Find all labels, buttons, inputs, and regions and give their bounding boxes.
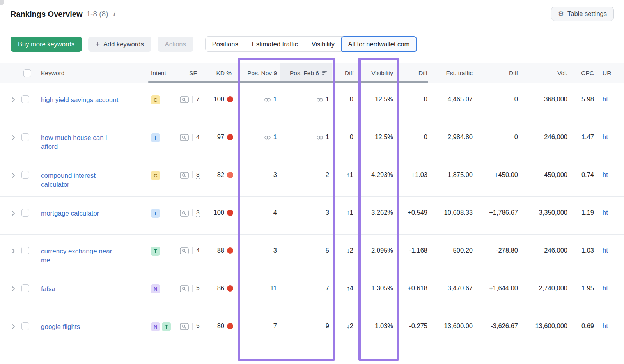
tab-visibility[interactable]: Visibility [305, 37, 341, 51]
visibility-diff-cell: -1.168 [395, 235, 431, 272]
col-header-visibility[interactable]: Visibility [356, 63, 395, 83]
visibility-cell: 1.305% [356, 272, 395, 310]
keyword-difficulty-cell: 100 [207, 197, 239, 234]
divider [192, 171, 193, 178]
visibility-cell: 1.03% [356, 310, 395, 348]
col-header-pos-feb-6[interactable]: Pos. Feb 6 [280, 63, 332, 83]
link-icon[interactable] [316, 97, 323, 102]
serp-features-count[interactable]: 5 [196, 284, 200, 292]
col-header-visibility-diff[interactable]: Diff [395, 63, 431, 83]
serp-features-icon[interactable] [180, 285, 189, 292]
row-checkbox[interactable] [21, 171, 29, 179]
url-link[interactable]: ht [603, 171, 608, 178]
serp-features-count[interactable]: 3 [196, 209, 200, 217]
position-feb-6-cell: 1 [280, 121, 332, 159]
serp-features-icon[interactable] [180, 96, 189, 103]
url-link[interactable]: ht [603, 95, 608, 103]
serp-features-icon[interactable] [180, 323, 189, 330]
expand-row-chevron-icon[interactable] [12, 173, 15, 178]
est-traffic-cell: 1,875.00 [431, 159, 475, 196]
expand-row-chevron-icon[interactable] [12, 210, 15, 216]
divider [192, 209, 193, 216]
serp-features-icon[interactable] [180, 210, 189, 217]
serp-features-count[interactable]: 7 [196, 95, 200, 103]
position-diff-cell: ↑1 [332, 159, 356, 196]
rankings-table: Keyword Intent SF KD % Pos. Nov 9 Pos. F… [0, 63, 624, 348]
col-header-keyword[interactable]: Keyword [39, 63, 150, 83]
serp-features-count[interactable]: 5 [196, 322, 200, 330]
row-checkbox[interactable] [21, 247, 29, 254]
col-header-intent[interactable]: Intent [150, 63, 179, 83]
serp-features-icon[interactable] [180, 172, 189, 179]
col-header-cpc[interactable]: CPC [570, 63, 596, 83]
serp-features-count[interactable]: 4 [196, 133, 200, 141]
position-value: 1 [273, 133, 277, 141]
keyword-link[interactable]: fafsa [41, 284, 55, 293]
row-checkbox[interactable] [21, 209, 29, 217]
url-link[interactable]: ht [603, 247, 608, 254]
position-value: 1 [273, 95, 277, 103]
kd-difficulty-dot [227, 134, 233, 140]
link-icon[interactable] [264, 135, 271, 140]
col-header-pos-diff[interactable]: Diff [332, 63, 356, 83]
position-value: 1 [326, 133, 329, 141]
table-row: compound interest calculator C 3 82 3 2 … [0, 159, 624, 197]
cpc-cell: 1.95 [570, 272, 596, 310]
position-value: 2 [326, 171, 329, 178]
keyword-link[interactable]: mortgage calculator [41, 209, 99, 218]
col-header-sf[interactable]: SF [179, 63, 207, 83]
col-header-est-traffic[interactable]: Est. traffic [431, 63, 475, 83]
visibility-cell: 12.5% [356, 121, 395, 159]
row-checkbox[interactable] [21, 133, 29, 141]
serp-features-icon[interactable] [180, 134, 189, 141]
row-select-cell [0, 83, 39, 121]
expand-row-chevron-icon[interactable] [12, 286, 15, 292]
tab-all-for-nerdwallet[interactable]: All for nerdwallet.com [341, 36, 417, 52]
keyword-link[interactable]: google flights [41, 322, 80, 331]
table-settings-button[interactable]: ⚙ Table settings [551, 7, 614, 21]
intent-cell: NT [150, 310, 179, 348]
col-header-volume[interactable]: Vol. [523, 63, 570, 83]
tab-positions[interactable]: Positions [206, 37, 245, 51]
col-header-kd[interactable]: KD % [207, 63, 239, 83]
actions-button[interactable]: Actions [158, 37, 193, 52]
url-link[interactable]: ht [603, 209, 608, 216]
row-checkbox[interactable] [21, 95, 29, 103]
table-row: google flights NT 5 80 7 9 ↓2 1.03% -0.2… [0, 310, 624, 348]
horizontal-scrollbar[interactable] [148, 81, 428, 83]
keyword-link[interactable]: high yield savings account [41, 95, 118, 104]
serp-features-count[interactable]: 3 [196, 171, 200, 179]
expand-row-chevron-icon[interactable] [12, 248, 15, 254]
url-link[interactable]: ht [603, 133, 608, 141]
volume-cell: 246,000 [523, 121, 570, 159]
expand-row-chevron-icon[interactable] [12, 97, 15, 102]
select-all-checkbox[interactable] [23, 69, 31, 77]
volume-cell: 450,000 [523, 159, 570, 196]
tab-estimated-traffic[interactable]: Estimated traffic [245, 37, 305, 51]
position-nov-9-cell: 11 [239, 272, 280, 310]
row-select-cell [0, 197, 39, 234]
expand-row-chevron-icon[interactable] [12, 324, 15, 329]
url-link[interactable]: ht [603, 322, 608, 330]
serp-features-count[interactable]: 4 [196, 247, 200, 254]
expand-row-chevron-icon[interactable] [12, 135, 15, 140]
buy-more-keywords-button[interactable]: Buy more keywords [11, 37, 82, 52]
keyword-link[interactable]: how much house can i afford [41, 133, 121, 151]
col-header-url[interactable]: UR [596, 63, 624, 83]
info-icon[interactable]: i [113, 11, 115, 18]
est-traffic-cell: 10,608.33 [431, 197, 475, 234]
link-icon[interactable] [316, 135, 323, 140]
keyword-link[interactable]: currency exchange near me [41, 247, 121, 265]
url-link[interactable]: ht [603, 284, 608, 292]
volume-cell: 368,000 [523, 83, 570, 121]
row-checkbox[interactable] [21, 284, 29, 292]
plus-icon: + [96, 41, 100, 48]
intent-cell: C [150, 83, 179, 121]
col-header-traffic-diff[interactable]: Diff [475, 63, 523, 83]
link-icon[interactable] [264, 97, 271, 102]
keyword-link[interactable]: compound interest calculator [41, 171, 121, 189]
col-header-pos-nov-9[interactable]: Pos. Nov 9 [239, 63, 280, 83]
serp-features-icon[interactable] [180, 247, 189, 254]
add-keywords-button[interactable]: + Add keywords [88, 37, 151, 52]
row-checkbox[interactable] [21, 322, 29, 330]
